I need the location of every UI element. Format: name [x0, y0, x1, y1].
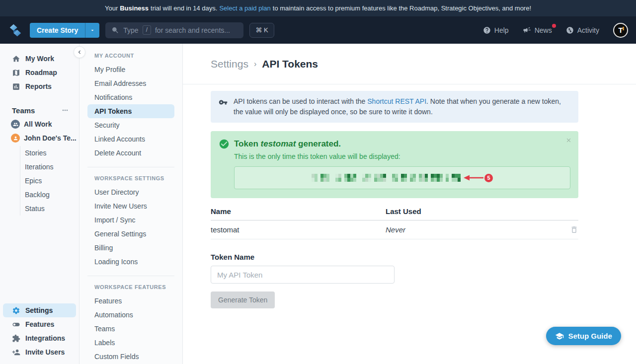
sidebar-item-label: Invite Users: [25, 348, 65, 356]
breadcrumb-settings[interactable]: Settings: [211, 58, 248, 70]
trash-icon[interactable]: [570, 225, 578, 234]
settings-item-delete-account[interactable]: Delete Account: [87, 146, 174, 160]
cmd-k-shortcut-badge[interactable]: ⌘ K: [249, 23, 274, 38]
shortcut-rest-api-link[interactable]: Shortcut REST API: [367, 97, 426, 105]
sidebar-item-label: Reports: [25, 82, 52, 90]
setup-guide-button[interactable]: Setup Guide: [546, 327, 621, 345]
settings-item-features[interactable]: Features: [87, 294, 174, 308]
team-label: All Work: [24, 120, 52, 128]
navbar-right: Help News Activity T: [483, 23, 628, 38]
token-name-label: Token Name: [211, 253, 636, 261]
settings-item-user-directory[interactable]: User Directory: [87, 185, 174, 199]
person-icon: [13, 136, 18, 141]
sidebar-item-roadmap[interactable]: Roadmap: [3, 66, 76, 79]
sidebar-item-settings[interactable]: Settings: [3, 303, 76, 317]
settings-item-my-profile[interactable]: My Profile: [87, 63, 174, 76]
section-divider: [87, 167, 174, 167]
sidebar-item-my-work[interactable]: My Work: [3, 52, 76, 66]
news-menu[interactable]: News: [523, 26, 552, 34]
new-token-form: Token Name Generate Token: [211, 253, 636, 308]
sidebar-item-epics[interactable]: Epics: [20, 174, 79, 188]
info-text-pre: API tokens can be used to interact with …: [234, 97, 367, 105]
breadcrumb-separator: ›: [254, 60, 256, 69]
shortcut-logo[interactable]: [8, 23, 23, 38]
alert-token-name: testomat: [261, 139, 296, 148]
chevron-down-icon: [89, 27, 95, 33]
create-story-label: Create Story: [30, 23, 85, 38]
settings-item-api-tokens[interactable]: API Tokens: [87, 104, 174, 118]
help-label: Help: [494, 26, 509, 34]
banner-text-prefix: Your: [105, 4, 118, 12]
activity-menu[interactable]: Activity: [566, 26, 599, 34]
table-row: testomat Never: [211, 220, 578, 239]
annotation: 5: [463, 174, 493, 182]
banner-text-middle: trial will end in 14 days.: [151, 4, 217, 12]
sidebar-item-status[interactable]: Status: [20, 202, 79, 216]
sidebar-item-invite-users[interactable]: Invite Users: [3, 345, 76, 359]
generate-token-button[interactable]: Generate Token: [211, 291, 275, 308]
settings-item-teams[interactable]: Teams: [87, 322, 174, 336]
settings-item-labels[interactable]: Labels: [87, 336, 174, 350]
settings-item-automations[interactable]: Automations: [87, 308, 174, 322]
search-icon: [111, 26, 119, 34]
settings-item-billing[interactable]: Billing: [87, 241, 174, 255]
section-title-workspace-settings: WORKSPACE SETTINGS: [87, 175, 174, 181]
settings-item-linked-accounts[interactable]: Linked Accounts: [87, 132, 174, 146]
key-icon: [219, 98, 228, 107]
roadmap-icon: [12, 69, 20, 77]
create-story-caret[interactable]: [85, 23, 99, 38]
team-label: John Doe's Te...: [24, 134, 77, 142]
section-divider: [87, 276, 174, 276]
help-menu[interactable]: Help: [483, 26, 509, 34]
token-name-cell: testomat: [211, 225, 386, 234]
primary-sidebar: My Work Roadmap Reports Teams All Work J…: [0, 44, 80, 364]
sidebar-item-integrations[interactable]: Integrations: [3, 331, 76, 345]
search-input[interactable]: Type / for search and recents...: [105, 22, 243, 38]
chevron-left-icon: [76, 49, 83, 56]
sidebar-team-john-doe[interactable]: John Doe's Te...: [0, 131, 79, 145]
all-work-avatar: [11, 120, 20, 129]
column-header-last-used: Last Used: [386, 207, 578, 216]
settings-item-loading-icons[interactable]: Loading Icons: [87, 255, 174, 269]
close-icon[interactable]: [565, 137, 572, 146]
team-sub-links: Stories Iterations Epics Backlog Status: [20, 146, 79, 216]
slash-key-hint: /: [143, 25, 151, 35]
gear-icon: [12, 306, 20, 315]
sidebar-team-all-work[interactable]: All Work: [0, 117, 79, 131]
megaphone-icon: [523, 26, 531, 34]
settings-item-security[interactable]: Security: [87, 118, 174, 132]
token-value-box: 5: [234, 166, 570, 189]
home-icon: [12, 55, 20, 63]
ellipsis-icon[interactable]: [61, 106, 69, 114]
settings-item-email-addresses[interactable]: Email Addresses: [87, 76, 174, 90]
alert-subtitle: This is the only time this token value w…: [234, 152, 570, 160]
main-content: Settings › API Tokens API tokens can be …: [183, 44, 636, 364]
select-paid-plan-link[interactable]: Select a paid plan: [219, 4, 270, 12]
puzzle-icon: [12, 334, 20, 343]
graduation-cap-icon: [555, 332, 564, 341]
settings-sidebar: MY ACCOUNT My Profile Email Addresses No…: [80, 44, 183, 364]
sidebar-item-backlog[interactable]: Backlog: [20, 188, 79, 202]
table-header-row: Name Last Used: [211, 207, 578, 220]
settings-item-general-settings[interactable]: General Settings: [87, 227, 174, 241]
sidebar-item-iterations[interactable]: Iterations: [20, 160, 79, 174]
settings-item-invite-new-users[interactable]: Invite New Users: [87, 199, 174, 213]
top-navbar: Create Story Type / for search and recen…: [0, 16, 636, 44]
sidebar-item-stories[interactable]: Stories: [20, 146, 79, 160]
sidebar-spacer: [0, 216, 79, 303]
collapse-sidebar-button[interactable]: [74, 46, 85, 58]
sidebar-item-reports[interactable]: Reports: [3, 79, 76, 93]
redacted-token: [312, 174, 461, 182]
activity-label: Activity: [577, 26, 599, 34]
api-tokens-info-banner: API tokens can be used to interact with …: [211, 91, 578, 123]
settings-item-notifications[interactable]: Notifications: [87, 90, 174, 104]
user-avatar[interactable]: T: [613, 23, 628, 38]
check-circle-icon: [219, 139, 230, 149]
settings-item-custom-fields[interactable]: Custom Fields: [87, 350, 174, 364]
column-header-name: Name: [211, 207, 386, 216]
create-story-button[interactable]: Create Story: [30, 23, 99, 38]
search-placeholder-prefix: Type: [123, 26, 138, 34]
sidebar-item-features[interactable]: Features: [3, 317, 76, 331]
settings-item-import-sync[interactable]: Import / Sync: [87, 213, 174, 227]
token-name-input[interactable]: [211, 266, 395, 284]
